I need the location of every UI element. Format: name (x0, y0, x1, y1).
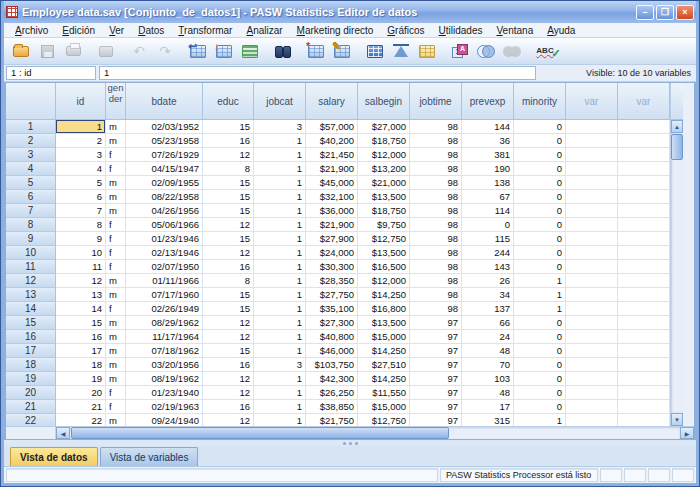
grid-cell[interactable]: 01/23/1946 (126, 232, 203, 246)
grid-cell[interactable] (618, 288, 670, 302)
col-header-var1[interactable]: var (566, 83, 618, 120)
variables-button[interactable] (237, 39, 263, 63)
grid-cell[interactable] (566, 246, 618, 260)
grid-cell[interactable]: m (106, 274, 126, 288)
grid-cell[interactable] (566, 372, 618, 386)
grid-cell[interactable]: 0 (514, 358, 566, 372)
value-labels-button[interactable] (447, 39, 473, 63)
grid-cell[interactable]: 0 (514, 134, 566, 148)
grid-cell[interactable]: $21,450 (306, 148, 358, 162)
grid-corner-cell[interactable] (6, 83, 56, 120)
grid-cell[interactable]: 04/26/1956 (126, 204, 203, 218)
grid-cell[interactable]: 12 (203, 330, 254, 344)
row-header[interactable]: 22 (6, 414, 56, 426)
grid-cell[interactable]: f (106, 302, 126, 316)
grid-cell[interactable]: 0 (462, 218, 514, 232)
open-file-button[interactable] (8, 39, 34, 63)
grid-cell[interactable]: m (106, 288, 126, 302)
row-header[interactable]: 14 (6, 302, 56, 316)
grid-cell[interactable] (618, 358, 670, 372)
grid-cell[interactable]: 16 (203, 400, 254, 414)
grid-cell[interactable]: 26 (462, 274, 514, 288)
grid-cell[interactable]: 98 (410, 274, 462, 288)
grid-cell[interactable]: 08/22/1958 (126, 190, 203, 204)
grid-cell[interactable]: f (106, 162, 126, 176)
grid-cell[interactable]: $45,000 (306, 176, 358, 190)
grid-cell[interactable]: 15 (203, 288, 254, 302)
grid-cell[interactable]: 07/18/1962 (126, 344, 203, 358)
grid-cell[interactable]: 1 (514, 414, 566, 426)
grid-cell[interactable]: $27,750 (306, 288, 358, 302)
grid-cell[interactable]: 1 (254, 316, 306, 330)
grid-cell[interactable]: 0 (514, 386, 566, 400)
find-button[interactable] (270, 39, 296, 63)
row-header[interactable]: 3 (6, 148, 56, 162)
grid-cell[interactable]: 1 (254, 260, 306, 274)
grid-cell[interactable]: $103,750 (306, 358, 358, 372)
grid-cell[interactable]: m (106, 414, 126, 426)
grid-cell[interactable]: 02/13/1946 (126, 246, 203, 260)
grid-cell[interactable]: 1 (254, 134, 306, 148)
grid-cell[interactable]: 0 (514, 190, 566, 204)
grid-cell[interactable]: 48 (462, 344, 514, 358)
row-header[interactable]: 8 (6, 218, 56, 232)
grid-cell[interactable]: 144 (462, 120, 514, 134)
tab-vista-de-variables[interactable]: Vista de variables (100, 447, 199, 466)
grid-cell[interactable]: 0 (514, 176, 566, 190)
row-header[interactable]: 2 (6, 134, 56, 148)
grid-cell[interactable]: 24 (462, 330, 514, 344)
grid-cell[interactable] (618, 190, 670, 204)
grid-cell[interactable]: $16,500 (358, 260, 410, 274)
grid-cell[interactable]: $14,250 (358, 344, 410, 358)
grid-cell[interactable]: $12,750 (358, 232, 410, 246)
col-header-prevexp[interactable]: prevexp (462, 83, 514, 120)
grid-cell[interactable]: 08/29/1962 (126, 316, 203, 330)
grid-cell[interactable]: $13,500 (358, 190, 410, 204)
insert-cases-button[interactable]: * (303, 39, 329, 63)
maximize-button[interactable]: ❐ (656, 5, 674, 20)
grid-cell[interactable]: 1 (254, 302, 306, 316)
grid-cell[interactable]: 13 (56, 288, 106, 302)
grid-cell[interactable]: 15 (203, 190, 254, 204)
grid-cell[interactable] (566, 400, 618, 414)
col-header-var2[interactable]: var (618, 83, 670, 120)
grid-cell[interactable] (618, 204, 670, 218)
grid-cell[interactable]: 5 (56, 176, 106, 190)
grid-cell[interactable]: $27,510 (358, 358, 410, 372)
grid-cell[interactable] (618, 372, 670, 386)
grid-cell[interactable]: 3 (254, 120, 306, 134)
grid-cell[interactable]: 98 (410, 260, 462, 274)
goto-case-button[interactable]: ↩ (185, 39, 211, 63)
close-button[interactable]: × (676, 5, 694, 20)
menu-marketing-directo[interactable]: Marketing directo (290, 25, 381, 36)
grid-cell[interactable]: $21,900 (306, 162, 358, 176)
grid-cell[interactable] (566, 134, 618, 148)
grid-cell[interactable]: 67 (462, 190, 514, 204)
grid-cell[interactable]: 0 (514, 204, 566, 218)
grid-cell[interactable]: $14,250 (358, 372, 410, 386)
col-header-jobtime[interactable]: jobtime (410, 83, 462, 120)
grid-cell[interactable] (618, 162, 670, 176)
row-header[interactable]: 9 (6, 232, 56, 246)
grid-cell[interactable]: $38,850 (306, 400, 358, 414)
grid-cell[interactable]: 8 (203, 274, 254, 288)
use-variable-sets-button[interactable] (473, 39, 499, 63)
grid-cell[interactable]: 19 (56, 372, 106, 386)
grid-cell[interactable]: 66 (462, 316, 514, 330)
grid-cell[interactable]: 143 (462, 260, 514, 274)
horizontal-scroll-thumb[interactable] (71, 427, 449, 439)
grid-cell[interactable]: 11 (56, 260, 106, 274)
grid-cell[interactable]: 1 (254, 204, 306, 218)
grid-cell[interactable]: 0 (514, 316, 566, 330)
grid-cell[interactable]: m (106, 190, 126, 204)
grid-cell[interactable]: 02/07/1950 (126, 260, 203, 274)
grid-cell[interactable]: 1 (254, 400, 306, 414)
grid-cell[interactable] (618, 344, 670, 358)
menu-ventana[interactable]: Ventana (489, 25, 540, 36)
grid-cell[interactable]: 07/17/1960 (126, 288, 203, 302)
grid-cell[interactable]: $12,000 (358, 274, 410, 288)
grid-cell[interactable]: $42,300 (306, 372, 358, 386)
grid-cell[interactable]: 138 (462, 176, 514, 190)
grid-cell[interactable] (618, 274, 670, 288)
grid-cell[interactable] (566, 204, 618, 218)
